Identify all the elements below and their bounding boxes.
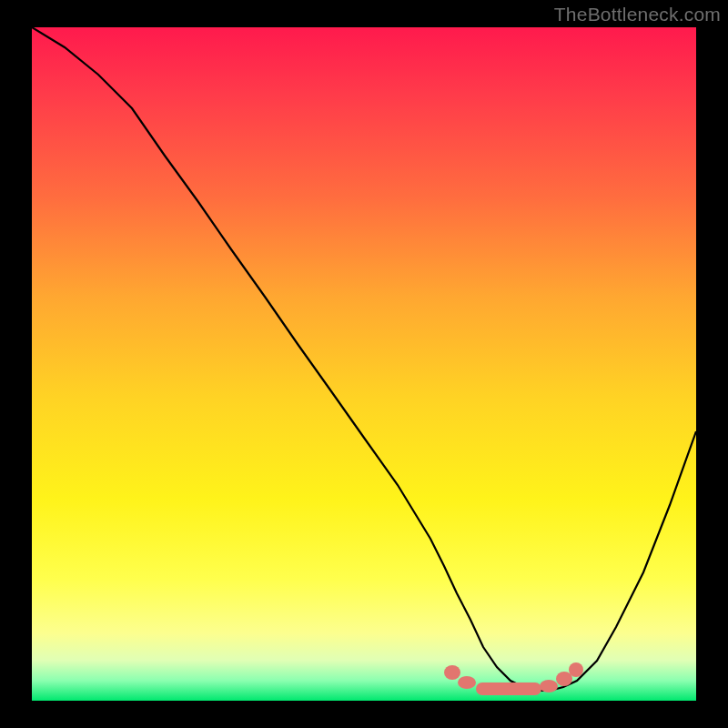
svg-point-1 bbox=[458, 676, 476, 689]
svg-point-0 bbox=[444, 665, 460, 680]
svg-point-4 bbox=[556, 672, 572, 686]
optimal-range-markers bbox=[444, 662, 583, 695]
curve-layer bbox=[32, 27, 696, 701]
svg-point-5 bbox=[569, 662, 583, 677]
plot-area bbox=[32, 27, 696, 701]
bottleneck-curve bbox=[32, 27, 696, 691]
svg-point-3 bbox=[540, 680, 558, 693]
svg-rect-2 bbox=[476, 682, 541, 695]
chart-frame: TheBottleneck.com bbox=[0, 0, 728, 728]
watermark-text: TheBottleneck.com bbox=[554, 4, 721, 25]
